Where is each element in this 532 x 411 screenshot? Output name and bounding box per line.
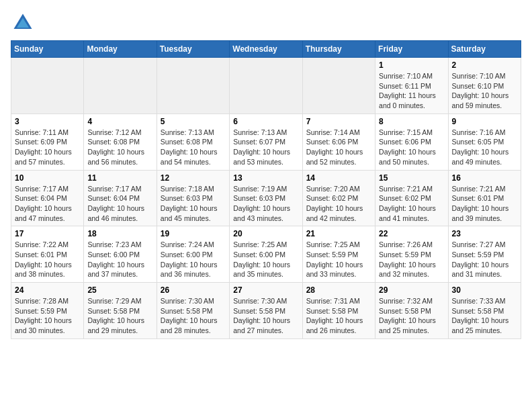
calendar-cell: 26Sunrise: 7:30 AM Sunset: 5:58 PM Dayli… (157, 283, 229, 339)
calendar-cell: 18Sunrise: 7:23 AM Sunset: 6:00 PM Dayli… (84, 226, 157, 283)
day-info: Sunrise: 7:10 AM Sunset: 6:10 PM Dayligh… (452, 71, 517, 111)
calendar-cell: 27Sunrise: 7:30 AM Sunset: 5:58 PM Dayli… (230, 283, 302, 339)
day-number: 18 (87, 229, 152, 238)
day-number: 17 (15, 229, 80, 238)
day-info: Sunrise: 7:17 AM Sunset: 6:04 PM Dayligh… (87, 184, 152, 224)
weekday-header: Thursday (302, 41, 375, 58)
day-number: 1 (379, 60, 444, 70)
day-number: 10 (15, 173, 80, 183)
day-info: Sunrise: 7:26 AM Sunset: 5:59 PM Dayligh… (379, 240, 444, 279)
calendar-cell: 19Sunrise: 7:24 AM Sunset: 6:00 PM Dayli… (157, 226, 229, 283)
day-number: 11 (87, 173, 152, 183)
calendar-cell: 29Sunrise: 7:32 AM Sunset: 5:58 PM Dayli… (375, 283, 448, 339)
day-info: Sunrise: 7:17 AM Sunset: 6:04 PM Dayligh… (15, 184, 80, 224)
calendar-cell (84, 58, 157, 114)
calendar-week-row: 3Sunrise: 7:11 AM Sunset: 6:09 PM Daylig… (11, 113, 521, 170)
day-number: 7 (306, 117, 371, 126)
day-number: 2 (452, 60, 517, 70)
day-number: 15 (379, 173, 444, 183)
day-info: Sunrise: 7:21 AM Sunset: 6:02 PM Dayligh… (379, 184, 444, 224)
calendar-cell (11, 58, 84, 114)
weekday-header: Friday (375, 41, 448, 58)
calendar-cell: 3Sunrise: 7:11 AM Sunset: 6:09 PM Daylig… (11, 113, 84, 170)
calendar-cell: 2Sunrise: 7:10 AM Sunset: 6:10 PM Daylig… (448, 58, 521, 114)
calendar-cell: 17Sunrise: 7:22 AM Sunset: 6:01 PM Dayli… (11, 226, 84, 283)
day-info: Sunrise: 7:12 AM Sunset: 6:08 PM Dayligh… (87, 128, 152, 167)
calendar-cell (157, 58, 229, 114)
weekday-header: Wednesday (230, 41, 302, 58)
day-info: Sunrise: 7:10 AM Sunset: 6:11 PM Dayligh… (379, 71, 444, 111)
day-info: Sunrise: 7:18 AM Sunset: 6:03 PM Dayligh… (161, 184, 226, 224)
calendar-cell: 23Sunrise: 7:27 AM Sunset: 5:59 PM Dayli… (448, 226, 521, 283)
page-header (11, 11, 521, 35)
calendar-cell: 8Sunrise: 7:15 AM Sunset: 6:06 PM Daylig… (375, 113, 448, 170)
day-number: 12 (161, 173, 226, 183)
day-number: 13 (233, 173, 298, 183)
calendar-cell: 15Sunrise: 7:21 AM Sunset: 6:02 PM Dayli… (375, 170, 448, 226)
calendar-cell: 7Sunrise: 7:14 AM Sunset: 6:06 PM Daylig… (302, 113, 375, 170)
calendar-cell: 22Sunrise: 7:26 AM Sunset: 5:59 PM Dayli… (375, 226, 448, 283)
calendar-cell: 10Sunrise: 7:17 AM Sunset: 6:04 PM Dayli… (11, 170, 84, 226)
day-number: 4 (87, 117, 152, 126)
day-info: Sunrise: 7:33 AM Sunset: 5:58 PM Dayligh… (452, 296, 517, 336)
calendar-cell: 20Sunrise: 7:25 AM Sunset: 6:00 PM Dayli… (230, 226, 302, 283)
day-info: Sunrise: 7:16 AM Sunset: 6:05 PM Dayligh… (452, 128, 517, 167)
day-info: Sunrise: 7:13 AM Sunset: 6:08 PM Dayligh… (161, 128, 226, 167)
weekday-header: Monday (84, 41, 157, 58)
calendar-week-row: 17Sunrise: 7:22 AM Sunset: 6:01 PM Dayli… (11, 226, 521, 283)
day-number: 19 (161, 229, 226, 238)
day-info: Sunrise: 7:30 AM Sunset: 5:58 PM Dayligh… (233, 296, 298, 336)
calendar-cell: 1Sunrise: 7:10 AM Sunset: 6:11 PM Daylig… (375, 58, 448, 114)
calendar-week-row: 10Sunrise: 7:17 AM Sunset: 6:04 PM Dayli… (11, 170, 521, 226)
day-number: 24 (15, 285, 80, 295)
day-info: Sunrise: 7:24 AM Sunset: 6:00 PM Dayligh… (161, 240, 226, 279)
calendar-cell: 6Sunrise: 7:13 AM Sunset: 6:07 PM Daylig… (230, 113, 302, 170)
day-info: Sunrise: 7:29 AM Sunset: 5:58 PM Dayligh… (87, 296, 152, 336)
day-info: Sunrise: 7:23 AM Sunset: 6:00 PM Dayligh… (87, 240, 152, 279)
day-info: Sunrise: 7:15 AM Sunset: 6:06 PM Dayligh… (379, 128, 444, 167)
day-info: Sunrise: 7:22 AM Sunset: 6:01 PM Dayligh… (15, 240, 80, 279)
calendar-cell: 5Sunrise: 7:13 AM Sunset: 6:08 PM Daylig… (157, 113, 229, 170)
calendar-header-row: SundayMondayTuesdayWednesdayThursdayFrid… (11, 41, 521, 58)
day-number: 20 (233, 229, 298, 238)
weekday-header: Saturday (448, 41, 521, 58)
day-info: Sunrise: 7:30 AM Sunset: 5:58 PM Dayligh… (161, 296, 226, 336)
calendar-table: SundayMondayTuesdayWednesdayThursdayFrid… (11, 40, 521, 339)
day-info: Sunrise: 7:32 AM Sunset: 5:58 PM Dayligh… (379, 296, 444, 336)
day-number: 14 (306, 173, 371, 183)
day-number: 5 (161, 117, 226, 126)
calendar-cell: 12Sunrise: 7:18 AM Sunset: 6:03 PM Dayli… (157, 170, 229, 226)
calendar-cell (302, 58, 375, 114)
calendar-week-row: 1Sunrise: 7:10 AM Sunset: 6:11 PM Daylig… (11, 58, 521, 114)
calendar-cell: 9Sunrise: 7:16 AM Sunset: 6:05 PM Daylig… (448, 113, 521, 170)
day-info: Sunrise: 7:28 AM Sunset: 5:59 PM Dayligh… (15, 296, 80, 336)
calendar-cell: 4Sunrise: 7:12 AM Sunset: 6:08 PM Daylig… (84, 113, 157, 170)
logo (11, 11, 38, 35)
weekday-header: Sunday (11, 41, 84, 58)
calendar-cell: 25Sunrise: 7:29 AM Sunset: 5:58 PM Dayli… (84, 283, 157, 339)
day-number: 29 (379, 285, 444, 295)
day-number: 16 (452, 173, 517, 183)
logo-icon (11, 11, 35, 35)
day-info: Sunrise: 7:21 AM Sunset: 6:01 PM Dayligh… (452, 184, 517, 224)
day-number: 27 (233, 285, 298, 295)
weekday-header: Tuesday (157, 41, 229, 58)
day-number: 9 (452, 117, 517, 126)
day-info: Sunrise: 7:31 AM Sunset: 5:58 PM Dayligh… (306, 296, 371, 336)
calendar-cell: 11Sunrise: 7:17 AM Sunset: 6:04 PM Dayli… (84, 170, 157, 226)
calendar-week-row: 24Sunrise: 7:28 AM Sunset: 5:59 PM Dayli… (11, 283, 521, 339)
calendar-cell: 16Sunrise: 7:21 AM Sunset: 6:01 PM Dayli… (448, 170, 521, 226)
calendar-cell: 21Sunrise: 7:25 AM Sunset: 5:59 PM Dayli… (302, 226, 375, 283)
day-info: Sunrise: 7:14 AM Sunset: 6:06 PM Dayligh… (306, 128, 371, 167)
day-number: 23 (452, 229, 517, 238)
day-number: 26 (161, 285, 226, 295)
calendar-cell: 14Sunrise: 7:20 AM Sunset: 6:02 PM Dayli… (302, 170, 375, 226)
calendar-cell: 28Sunrise: 7:31 AM Sunset: 5:58 PM Dayli… (302, 283, 375, 339)
day-info: Sunrise: 7:20 AM Sunset: 6:02 PM Dayligh… (306, 184, 371, 224)
day-info: Sunrise: 7:27 AM Sunset: 5:59 PM Dayligh… (452, 240, 517, 279)
calendar-cell: 24Sunrise: 7:28 AM Sunset: 5:59 PM Dayli… (11, 283, 84, 339)
day-info: Sunrise: 7:13 AM Sunset: 6:07 PM Dayligh… (233, 128, 298, 167)
day-number: 25 (87, 285, 152, 295)
day-info: Sunrise: 7:25 AM Sunset: 6:00 PM Dayligh… (233, 240, 298, 279)
day-number: 6 (233, 117, 298, 126)
